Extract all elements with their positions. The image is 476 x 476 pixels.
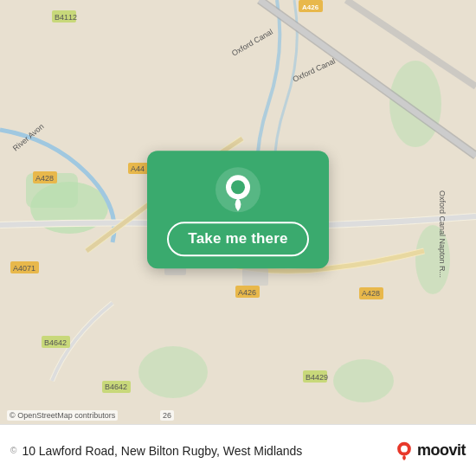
moovit-pin-icon [395, 441, 414, 460]
svg-text:A428: A428 [35, 174, 54, 183]
zoom-level: 26 [160, 410, 174, 421]
svg-point-40 [401, 445, 408, 452]
svg-rect-34 [242, 268, 268, 286]
svg-point-6 [138, 346, 208, 398]
bottom-attribution: © [10, 446, 16, 455]
map-container: Oxford Canal Oxford Canal River Avon A42… [0, 0, 476, 424]
svg-text:B4112: B4112 [55, 13, 77, 22]
svg-point-5 [333, 359, 394, 402]
card-overlay: Take me there [147, 151, 329, 268]
svg-text:B4429: B4429 [306, 373, 328, 382]
take-me-there-button[interactable]: Take me there [167, 222, 308, 256]
map-attribution: © OpenStreetMap contributors [7, 410, 118, 421]
svg-text:A426: A426 [238, 288, 256, 297]
bottom-bar: © 10 Lawford Road, New Bilton Rugby, Wes… [0, 424, 476, 476]
svg-text:A426: A426 [302, 3, 319, 11]
svg-text:A428: A428 [362, 289, 380, 298]
svg-text:A4071: A4071 [13, 264, 35, 273]
svg-text:Oxford Canal Napton R...: Oxford Canal Napton R... [438, 190, 447, 278]
moovit-wordmark: moovit [417, 441, 466, 460]
moovit-logo: moovit [395, 441, 466, 460]
svg-text:A44: A44 [131, 164, 145, 173]
svg-text:B4642: B4642 [44, 338, 67, 347]
address-label: 10 Lawford Road, New Bilton Rugby, West … [22, 444, 389, 458]
svg-point-38 [231, 180, 245, 194]
location-pin-icon [215, 166, 261, 213]
app: Oxford Canal Oxford Canal River Avon A42… [0, 0, 476, 476]
svg-text:B4642: B4642 [105, 383, 127, 391]
